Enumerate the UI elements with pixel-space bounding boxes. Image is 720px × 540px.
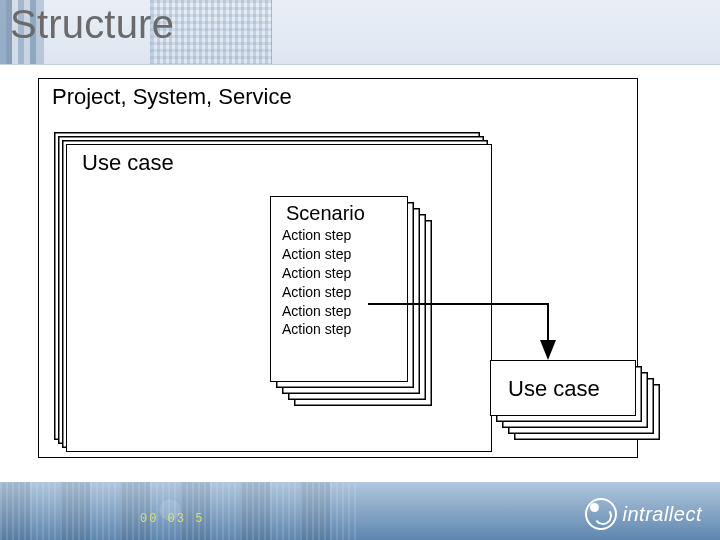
slide-title: Structure <box>10 2 174 47</box>
brand-name: intrallect <box>623 503 702 526</box>
diagram-canvas: Project, System, Service Use case Scenar… <box>38 78 678 478</box>
footer-numbers: 00 03 5 <box>140 512 204 526</box>
footer-texture <box>0 482 360 540</box>
brand: intrallect <box>585 498 702 530</box>
brand-logo-icon <box>585 498 617 530</box>
arrow-icon <box>38 78 678 478</box>
